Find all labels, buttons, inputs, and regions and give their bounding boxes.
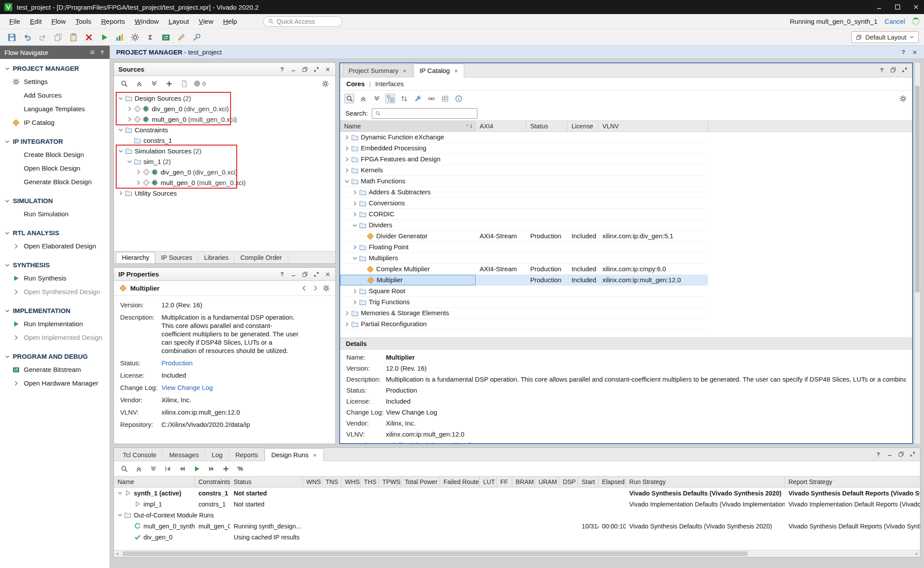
sources-tab-libraries[interactable]: Libraries — [198, 252, 235, 263]
menu-help[interactable]: Help — [218, 15, 242, 28]
help-icon[interactable]: ? — [879, 67, 885, 73]
flow-item-run-simulation[interactable]: Run Simulation — [0, 207, 110, 221]
runs-play-button[interactable] — [192, 464, 202, 473]
runs-column-lut[interactable]: LUT — [480, 477, 497, 487]
runs-row-mult-gen-0-synth-1[interactable]: mult_gen_0_synth_1mult_gen_0Running synt… — [114, 521, 920, 532]
sources-tree-row-simulation-sources[interactable]: Simulation Sources (2) — [114, 146, 335, 156]
catalog-column-axi4[interactable]: AXI4 — [476, 121, 526, 131]
runs-column-elapsed[interactable]: Elapsed — [598, 477, 626, 487]
tab-log[interactable]: Log — [205, 449, 229, 461]
catalog-row-divider-generator[interactable]: Divider GeneratorAXI4-StreamProductionIn… — [340, 231, 708, 242]
chev-r-icon[interactable] — [344, 156, 350, 163]
toolbar-probe-button[interactable] — [190, 31, 203, 44]
sources-tree-row-div-gen-0[interactable]: div_gen_0 (div_gen_0.xci) — [114, 103, 335, 114]
maximize-panel-icon[interactable] — [313, 271, 319, 277]
menu-flow[interactable]: Flow — [47, 15, 71, 28]
tab-tcl-console[interactable]: Tcl Console — [117, 449, 163, 461]
runs-column-ths[interactable]: THS — [360, 477, 379, 487]
float-panel-icon[interactable] — [302, 271, 308, 277]
catalog-row-math-functions[interactable]: Math Functions — [340, 176, 708, 187]
sources-file-button[interactable] — [179, 79, 189, 88]
catalog-row-cordic[interactable]: CORDIC — [340, 209, 708, 220]
catalog-row-partial-reconfiguration[interactable]: Partial Reconfiguration — [340, 319, 708, 330]
catalog-expand-all-button[interactable] — [372, 94, 381, 103]
flow-item-language-templates[interactable]: Language Templates — [0, 102, 110, 116]
chev-d-icon[interactable] — [117, 95, 124, 102]
runs-column-start[interactable]: Start — [578, 477, 598, 487]
catalog-row-memories-storage-elements[interactable]: Memories & Storage Elements — [340, 308, 708, 319]
chev-r-icon[interactable] — [352, 299, 358, 306]
chev-r-icon[interactable] — [126, 116, 133, 123]
toolbar-save-button[interactable] — [5, 31, 18, 44]
catalog-hierarchy-button[interactable] — [385, 94, 395, 103]
flow-navigator-menu-icon[interactable] — [89, 49, 95, 55]
runs-row-out-of-context-module-runs[interactable]: Out-of-Context Module Runs — [114, 510, 920, 521]
subtab-cores[interactable]: Cores — [346, 80, 365, 87]
minimize-panel-icon[interactable] — [290, 271, 297, 277]
runs-column-report-strategy[interactable]: Report Strategy — [785, 477, 920, 487]
chev-r-icon[interactable] — [352, 244, 358, 251]
runs-collapse-all-button[interactable] — [134, 464, 143, 473]
runs-percent-button[interactable]: % — [235, 464, 245, 473]
runs-column-wns[interactable]: WNS — [303, 477, 322, 487]
runs-expand-all-button[interactable] — [148, 464, 158, 473]
details-value-change-log[interactable]: View Change Log — [386, 409, 437, 416]
float-panel-icon[interactable] — [302, 66, 308, 73]
chev-r-icon[interactable] — [126, 106, 133, 112]
chev-r-icon[interactable] — [117, 190, 124, 197]
catalog-row-square-root[interactable]: Square Root — [340, 286, 708, 297]
sources-tree-row-div-gen-0[interactable]: div_gen_0 (div_gen_0.xci) — [114, 167, 335, 177]
sources-tree-row-mult-gen-0[interactable]: mult_gen_0 (mult_gen_0.xci) — [114, 177, 335, 188]
sources-expand-all-button[interactable] — [149, 79, 159, 88]
catalog-collapse-all-button[interactable] — [358, 94, 368, 103]
chev-r-icon[interactable] — [344, 310, 350, 317]
menu-window[interactable]: Window — [130, 15, 164, 28]
chev-d-icon[interactable] — [126, 158, 133, 165]
flow-section-header-program-and-debug[interactable]: PROGRAM AND DEBUG — [0, 350, 110, 363]
tab-messages[interactable]: Messages — [163, 449, 205, 461]
flow-section-header-implementation[interactable]: IMPLEMENTATION — [0, 305, 110, 317]
catalog-row-trig-functions[interactable]: Trig Functions — [340, 297, 708, 308]
vertical-scrollbar[interactable] — [914, 62, 920, 444]
toolbar-gear-button[interactable] — [128, 31, 141, 44]
chev-r-icon[interactable] — [135, 179, 142, 186]
chev-d-icon[interactable] — [352, 222, 358, 229]
flow-item-open-implemented-design[interactable]: Open Implemented Design — [0, 331, 110, 344]
sources-tab-ip-sources[interactable]: IP Sources — [155, 252, 198, 263]
flow-section-header-synthesis[interactable]: SYNTHESIS — [0, 259, 110, 271]
toolbar-copy-button[interactable] — [51, 31, 64, 44]
float-panel-icon[interactable] — [890, 67, 896, 73]
runs-search-button[interactable] — [119, 464, 129, 473]
float-panel-icon[interactable] — [898, 451, 904, 457]
close-window-icon[interactable] — [913, 4, 920, 11]
catalog-row-conversions[interactable]: Conversions — [340, 198, 708, 209]
flow-item-run-implementation[interactable]: Run Implementation — [0, 317, 110, 331]
chev-r-icon[interactable] — [352, 189, 358, 196]
runs-column-name[interactable]: Name — [114, 477, 195, 487]
vertical-scrollbar-thumb[interactable] — [915, 86, 920, 292]
runs-row-impl-1[interactable]: impl_1constrs_1Not startedVivado Impleme… — [114, 499, 920, 510]
catalog-row-embedded-processing[interactable]: Embedded Processing — [340, 143, 708, 154]
flow-item-open-synthesized-design[interactable]: Open Synthesized Design — [0, 285, 110, 299]
sources-search-button[interactable] — [119, 79, 129, 88]
flow-section-header-rtl-analysis[interactable]: RTL ANALYSIS — [0, 227, 110, 239]
flow-item-generate-block-design[interactable]: Generate Block Design — [0, 175, 110, 189]
flow-item-generate-bitstream[interactable]: Generate Bitstream — [0, 363, 110, 376]
maximize-panel-icon[interactable] — [902, 67, 908, 73]
catalog-row-dynamic-function-exchange[interactable]: Dynamic Function eXchange — [340, 132, 708, 143]
horizontal-scrollbar[interactable] — [114, 550, 920, 557]
sources-collapse-all-button[interactable] — [134, 79, 144, 88]
catalog-search-button[interactable] — [345, 94, 354, 103]
toolbar-undo-button[interactable] — [21, 31, 33, 44]
runs-column-constraints[interactable]: Constraints — [195, 477, 230, 487]
sources-tab-hierarchy[interactable]: Hierarchy — [116, 252, 155, 263]
flow-section-header-project-manager[interactable]: PROJECT MANAGER — [0, 62, 110, 75]
chev-d-icon[interactable] — [117, 148, 124, 154]
maximize-window-icon[interactable] — [894, 4, 901, 11]
ip-property-value-change-log[interactable]: View Change Log — [161, 384, 329, 392]
flow-item-open-hardware-manager[interactable]: Open Hardware Manager — [0, 376, 110, 390]
minimize-window-icon[interactable] — [876, 4, 883, 11]
help-icon[interactable]: ? — [279, 271, 285, 277]
chev-d-icon[interactable] — [344, 178, 350, 185]
catalog-column-name[interactable]: Name^ 1 — [340, 121, 476, 131]
